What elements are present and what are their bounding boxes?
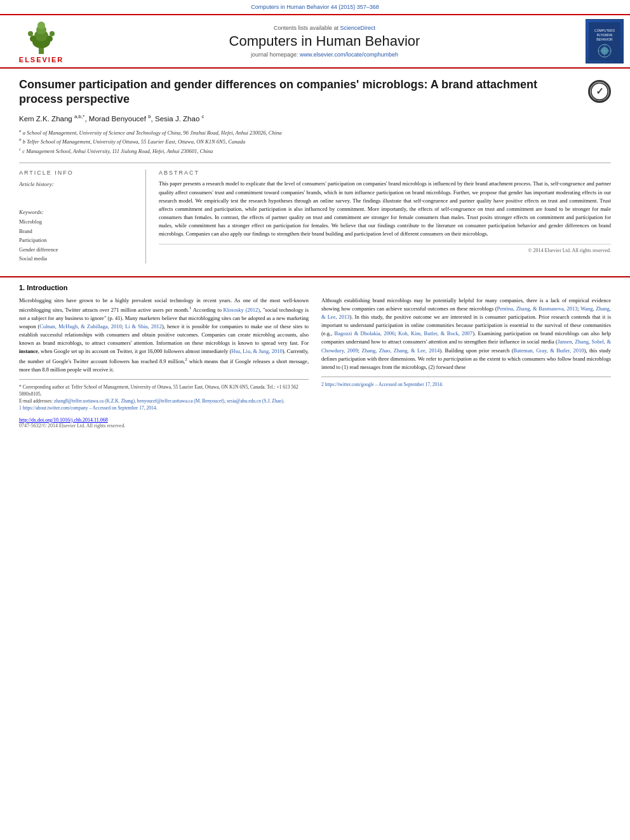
journal-citation: Computers in Human Behavior 44 (2015) 35…: [0, 4, 630, 10]
authors-line: Kem Z.K. Zhang a,b,*, Morad Benyoucef b,…: [19, 114, 611, 123]
abstract-text: This paper presents a research model to …: [159, 180, 611, 238]
crossmark-icon: ✓: [588, 80, 611, 103]
issn-line: 0747-5632/© 2014 Elsevier Ltd. All right…: [19, 423, 309, 429]
li-shiu-ref[interactable]: Li & Shiu, 2012: [125, 323, 162, 330]
footnote-2-link[interactable]: 2 https://twitter.com/google – Accessed …: [321, 382, 443, 387]
svg-point-4: [37, 22, 45, 29]
journal-cover-image: COMPUTERS IN HUMAN BEHAVIOR: [586, 19, 624, 63]
abstract-column: ABSTRACT This paper presents a research …: [159, 170, 611, 263]
bateman-ref[interactable]: Bateman, Gray, & Butler, 2010: [514, 347, 584, 354]
footnote-star: * Corresponding author at: Telfer School…: [19, 383, 309, 398]
article-title-section: Consumer participation and gender differ…: [19, 77, 611, 107]
affiliation-c: c c Management School, Anhui University,…: [19, 146, 611, 156]
pentina-ref[interactable]: Pentina, Zhang, & Basmanova, 2013: [497, 305, 578, 312]
keyword-social-media: Social media: [19, 254, 137, 263]
svg-text:✓: ✓: [596, 86, 604, 97]
journal-title: Computers in Human Behavior: [76, 33, 573, 50]
elsevier-brand-text: ELSEVIER: [19, 56, 64, 63]
keyword-microblog: Microblog: [19, 217, 137, 226]
keyword-gender: Gender difference: [19, 245, 137, 254]
zhang2014-ref[interactable]: Zhang, Zhao, Zhang, & Lee, 2014: [362, 347, 440, 354]
affiliation-a: a a School of Management, University of …: [19, 128, 611, 137]
footnote-1: 1 https://about.twitter.com/company – Ac…: [19, 404, 309, 411]
svg-point-7: [28, 31, 33, 36]
svg-point-5: [30, 36, 36, 42]
svg-point-8: [50, 31, 55, 36]
intro-col-left: Microblogging sites have grown to be a h…: [19, 297, 309, 429]
svg-point-6: [46, 36, 53, 42]
intro-text-right: Although establishing brand microblogs m…: [321, 297, 611, 372]
journal-info-center: Contents lists available at ScienceDirec…: [76, 25, 573, 58]
journal-homepage: journal homepage: www.elsevier.com/locat…: [76, 51, 573, 58]
keyword-participation: Participation: [19, 236, 137, 244]
footnote-1-link[interactable]: 1 https://about.twitter.com/company – Ac…: [19, 405, 157, 411]
article-history-label: Article history:: [19, 181, 137, 187]
publisher-header: ELSEVIER Contents lists available at Sci…: [0, 15, 630, 69]
intro-text-left: Microblogging sites have grown to be a h…: [19, 297, 309, 374]
footnote-email: E-mail addresses: zhang8@telfer.uottawa.…: [19, 397, 309, 404]
keywords-heading: Keywords:: [19, 209, 137, 215]
affiliation-b: b b Telfer School of Management, Univers…: [19, 137, 611, 146]
journal-logo-right: COMPUTERS IN HUMAN BEHAVIOR: [573, 19, 624, 63]
journal-cover-icon: COMPUTERS IN HUMAN BEHAVIOR: [589, 22, 620, 60]
hsu-ref[interactable]: Hsu, Liu, & Jung, 2010: [231, 348, 282, 354]
copyright-line: © 2014 Elsevier Ltd. All rights reserved…: [159, 244, 611, 253]
koh-ref[interactable]: Koh, Kim, Butler, & Bock, 2007: [398, 330, 473, 337]
elsevier-logo: ELSEVIER: [6, 20, 76, 63]
article-info-heading: ARTICLE INFO: [19, 170, 137, 176]
culnan-ref[interactable]: Culnan, McHugh, & Zubillaga, 2010: [39, 323, 121, 330]
footnote-2-section: 2 https://twitter.com/google – Accessed …: [321, 377, 611, 388]
sciencedirect-link[interactable]: ScienceDirect: [340, 25, 376, 31]
footnotes-section: * Corresponding author at: Telfer School…: [19, 379, 309, 412]
homepage-url[interactable]: www.elsevier.com/locate/comphumbeh: [300, 51, 398, 58]
intro-col-right: Although establishing brand microblogs m…: [321, 297, 611, 429]
keyword-list: Microblog Brand Participation Gender dif…: [19, 217, 137, 263]
footnote-2: 2 https://twitter.com/google – Accessed …: [321, 381, 611, 388]
email-links[interactable]: zhang8@telfer.uottawa.ca (K.Z.K. Zhang),…: [54, 398, 285, 404]
article-container: Consumer participation and gender differ…: [0, 69, 630, 276]
crossmark-badge[interactable]: ✓: [579, 77, 611, 103]
svg-text:BEHAVIOR: BEHAVIOR: [596, 37, 613, 41]
bagozzi-ref[interactable]: Bagozzi & Dholakia, 2006: [335, 330, 395, 337]
article-title: Consumer participation and gender differ…: [19, 77, 579, 107]
svg-text:IN HUMAN: IN HUMAN: [597, 33, 613, 37]
main-content: 1. Introduction Microblogging sites have…: [0, 276, 630, 435]
section-1-heading: 1. Introduction: [19, 284, 611, 291]
abstract-heading: ABSTRACT: [159, 170, 611, 176]
sciencedirect-availability: Contents lists available at ScienceDirec…: [76, 25, 573, 31]
keyword-brand: Brand: [19, 227, 137, 236]
klososky-ref[interactable]: Klososky (2012): [224, 307, 260, 313]
article-info-column: ARTICLE INFO Article history: Keywords: …: [19, 170, 146, 263]
svg-text:COMPUTERS: COMPUTERS: [594, 29, 615, 32]
doi-link[interactable]: http://dx.doi.org/10.1016/j.chb.2014.11.…: [19, 417, 108, 423]
elsevier-tree-icon: [19, 20, 64, 55]
affiliations: a a School of Management, University of …: [19, 128, 611, 156]
doi-line[interactable]: http://dx.doi.org/10.1016/j.chb.2014.11.…: [19, 417, 309, 423]
article-info-abstract: ARTICLE INFO Article history: Keywords: …: [19, 163, 611, 263]
intro-columns: Microblogging sites have grown to be a h…: [19, 297, 611, 429]
journal-header: Computers in Human Behavior 44 (2015) 35…: [0, 0, 630, 15]
